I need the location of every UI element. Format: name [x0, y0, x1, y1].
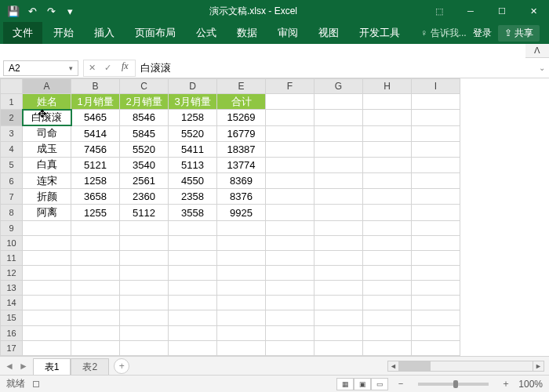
cell[interactable]: 5465 [71, 110, 120, 125]
cell[interactable] [266, 220, 314, 235]
cell[interactable] [266, 157, 314, 172]
cell[interactable] [266, 173, 314, 189]
row-header[interactable]: 3 [1, 125, 23, 141]
cell[interactable] [23, 310, 71, 325]
cell[interactable] [169, 281, 217, 296]
cell[interactable] [266, 325, 314, 340]
cell[interactable]: 连宋 [23, 173, 71, 189]
cell[interactable] [363, 173, 412, 189]
cell[interactable]: 5121 [71, 157, 120, 172]
cell[interactable] [412, 340, 460, 355]
cell[interactable]: 阿离 [23, 205, 71, 220]
cell[interactable] [266, 296, 314, 310]
row-header[interactable]: 8 [1, 205, 23, 220]
tab-插入[interactable]: 插入 [85, 22, 124, 44]
cell[interactable]: 5845 [120, 125, 169, 141]
cell[interactable] [71, 310, 120, 325]
tab-开始[interactable]: 开始 [44, 22, 83, 44]
cell[interactable] [120, 250, 169, 265]
cell[interactable] [120, 281, 169, 296]
save-button[interactable]: 💾 [5, 2, 22, 20]
scroll-thumb[interactable] [399, 361, 431, 371]
share-button[interactable]: ⇪ 共享 [498, 25, 540, 42]
cell[interactable]: 1255 [71, 205, 120, 220]
scroll-left-button[interactable]: ◄ [388, 361, 399, 371]
cell[interactable] [314, 157, 363, 172]
view-normal-button[interactable]: ▦ [336, 378, 354, 390]
cell[interactable]: 3558 [169, 205, 217, 220]
name-box[interactable]: A2 ▾ [3, 60, 78, 76]
tab-页面布局[interactable]: 页面布局 [125, 22, 185, 44]
cell[interactable] [120, 325, 169, 340]
row-header[interactable]: 12 [1, 266, 23, 281]
cell[interactable]: 折颜 [23, 189, 71, 205]
ribbon-options-button[interactable]: ⬚ [424, 0, 455, 22]
cell[interactable] [71, 325, 120, 340]
row-header[interactable]: 2 [1, 110, 23, 125]
cell[interactable] [266, 189, 314, 205]
cell[interactable] [363, 141, 412, 157]
row-header[interactable]: 5 [1, 157, 23, 172]
cell[interactable] [412, 110, 460, 125]
cell[interactable] [217, 250, 266, 265]
macro-record-icon[interactable] [33, 381, 39, 387]
formula-ok-button[interactable]: ✓ [100, 60, 115, 76]
cell[interactable] [266, 235, 314, 250]
cell[interactable] [412, 266, 460, 281]
zoom-in-button[interactable]: ＋ [501, 377, 511, 390]
fx-button[interactable]: fx [115, 60, 135, 76]
cell[interactable] [363, 220, 412, 235]
cell[interactable] [412, 157, 460, 172]
cell[interactable] [363, 235, 412, 250]
cell[interactable] [23, 340, 71, 355]
cell[interactable] [314, 141, 363, 157]
cell[interactable]: 姓名 [23, 94, 71, 110]
cell[interactable] [23, 250, 71, 265]
cell[interactable]: 2358 [169, 189, 217, 205]
view-page-break-button[interactable]: ▭ [371, 378, 388, 390]
cell[interactable]: 3月销量 [169, 94, 217, 110]
qat-dropdown[interactable]: ▾ [61, 2, 78, 20]
sheet-nav-next[interactable]: ► [19, 361, 28, 372]
cell[interactable] [71, 220, 120, 235]
cell[interactable]: 3658 [71, 189, 120, 205]
collapse-ribbon-button[interactable]: ᐱ [525, 44, 549, 58]
cell[interactable] [71, 250, 120, 265]
cell[interactable]: 成玉 [23, 141, 71, 157]
tab-公式[interactable]: 公式 [187, 22, 226, 44]
cell[interactable] [266, 110, 314, 125]
cell[interactable]: 1258 [169, 110, 217, 125]
cell[interactable]: 2561 [120, 173, 169, 189]
cell[interactable] [412, 235, 460, 250]
cell[interactable] [23, 235, 71, 250]
cell[interactable] [266, 310, 314, 325]
select-all-corner[interactable] [1, 79, 23, 94]
cell[interactable] [120, 220, 169, 235]
cell[interactable] [314, 250, 363, 265]
cell[interactable] [363, 110, 412, 125]
col-header[interactable]: I [412, 79, 460, 94]
cell[interactable] [363, 281, 412, 296]
cell[interactable] [120, 340, 169, 355]
scroll-right-button[interactable]: ► [533, 361, 544, 371]
cell[interactable] [23, 220, 71, 235]
row-header[interactable]: 6 [1, 173, 23, 189]
cell[interactable] [363, 189, 412, 205]
col-header[interactable]: F [266, 79, 314, 94]
cell[interactable] [412, 141, 460, 157]
cell[interactable] [412, 173, 460, 189]
cell[interactable]: 15269 [217, 110, 266, 125]
cell[interactable] [314, 235, 363, 250]
cell[interactable]: 4550 [169, 173, 217, 189]
cell[interactable]: 13774 [217, 157, 266, 172]
tab-视图[interactable]: 视图 [309, 22, 348, 44]
spreadsheet-grid[interactable]: ABCDEFGHI1姓名1月销量2月销量3月销量合计2白滚滚5465854612… [0, 78, 549, 356]
cell[interactable]: 18387 [217, 141, 266, 157]
cell[interactable]: 8546 [120, 110, 169, 125]
cell[interactable] [266, 125, 314, 141]
view-page-layout-button[interactable]: ▣ [354, 378, 371, 390]
cell[interactable] [169, 235, 217, 250]
row-header[interactable]: 13 [1, 281, 23, 296]
col-header[interactable]: H [363, 79, 412, 94]
sheet-nav-prev[interactable]: ◄ [5, 361, 14, 372]
